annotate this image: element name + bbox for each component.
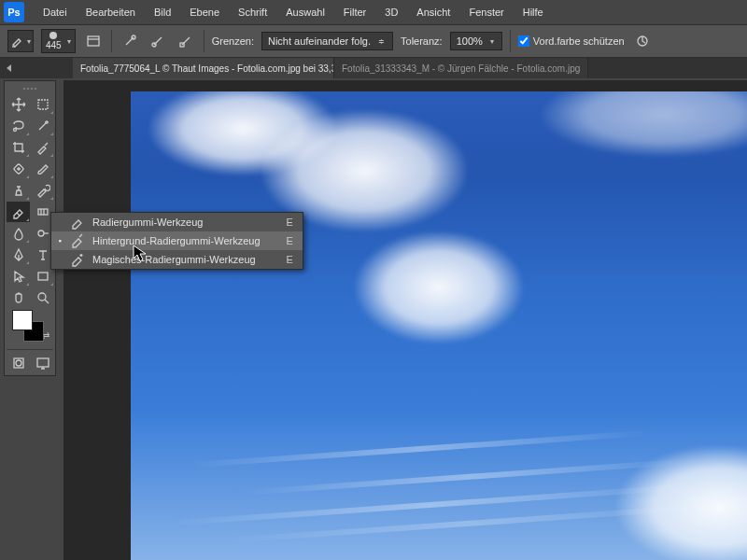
zoom-tool[interactable] (31, 287, 54, 308)
clone-stamp-tool[interactable] (7, 180, 30, 201)
magic-eraser-icon (70, 253, 85, 266)
menu-ansicht[interactable]: Ansicht (407, 3, 459, 21)
tablet-pressure-icon[interactable] (632, 31, 653, 51)
menu-schrift[interactable]: Schrift (229, 3, 276, 21)
tab-label: Fotolia_31333343_M - © Jürgen Fälchle - … (342, 63, 580, 74)
toleranz-combo[interactable]: 100%▾ (450, 32, 502, 50)
document-tab-inactive[interactable]: Fotolia_31333343_M - © Jürgen Fälchle - … (334, 58, 588, 78)
screenmode-tool[interactable] (31, 353, 54, 373)
menu-datei[interactable]: Datei (34, 3, 77, 21)
svg-rect-6 (38, 100, 48, 109)
document-tabbar: Fotolia_7775064_L © Thaut Images - Fotol… (0, 58, 747, 78)
color-swatches: ⇄ (7, 308, 53, 349)
crop-tool[interactable] (7, 137, 30, 158)
svg-point-13 (38, 231, 44, 236)
menubar: Ps Datei Bearbeiten Bild Ebene Schrift A… (0, 0, 747, 24)
flyout-label: Magisches-Radiergummi-Werkzeug (92, 254, 279, 265)
tab-label: Fotolia_7775064_L © Thaut Images - Fotol… (80, 63, 334, 74)
grenzen-value: Nicht aufeinander folg. (268, 35, 371, 47)
menu-bearbeiten[interactable]: Bearbeiten (77, 3, 145, 21)
svg-point-3 (152, 43, 156, 47)
svg-point-7 (13, 129, 16, 132)
protect-foreground-checkbox[interactable]: Vord.farbe schützen (518, 35, 625, 47)
magic-wand-tool[interactable] (31, 116, 54, 136)
menu-auswahl[interactable]: Auswahl (276, 3, 334, 21)
tool-preset-picker[interactable]: ▾ (7, 30, 34, 52)
flyout-item-bg-eraser[interactable]: ▪ Hintergrund-Radiergummi-Werkzeug E (51, 231, 303, 250)
menu-bild[interactable]: Bild (145, 3, 180, 21)
svg-rect-10 (38, 209, 48, 215)
menu-3d[interactable]: 3D (375, 3, 407, 21)
toolbox-grip[interactable] (7, 83, 53, 94)
eraser-icon (70, 216, 85, 229)
grenzen-label: Grenzen: (212, 35, 254, 47)
path-selection-tool[interactable] (7, 266, 30, 287)
menu-ebene[interactable]: Ebene (180, 3, 229, 21)
quickmask-tool[interactable] (7, 353, 30, 373)
canvas[interactable] (131, 91, 747, 560)
ps-logo: Ps (4, 2, 24, 22)
eraser-flyout: Radiergummi-Werkzeug E ▪ Hintergrund-Rad… (50, 212, 303, 270)
options-bar: ▾ 445 ▾ Grenzen: Nicht aufeinander folg.… (0, 24, 747, 58)
eyedropper-tool[interactable] (31, 137, 54, 158)
toleranz-label: Toleranz: (401, 35, 443, 47)
toleranz-value: 100% (457, 35, 483, 47)
foreground-color[interactable] (12, 310, 33, 330)
flyout-shortcut: E (287, 235, 293, 246)
svg-point-15 (38, 293, 46, 301)
flyout-label: Hintergrund-Radiergummi-Werkzeug (92, 235, 279, 246)
flyout-label: Radiergummi-Werkzeug (92, 217, 279, 228)
move-tool[interactable] (7, 94, 30, 115)
svg-rect-18 (37, 358, 49, 367)
brush-picker[interactable]: 445 ▾ (41, 29, 76, 53)
protect-foreground-label: Vord.farbe schützen (533, 35, 625, 47)
bg-eraser-icon (70, 234, 85, 247)
brush-panel-toggle-icon[interactable] (83, 31, 104, 51)
lasso-tool[interactable] (7, 116, 30, 136)
brush-tool[interactable] (31, 159, 54, 179)
panel-dock-expand-icon[interactable] (2, 62, 15, 75)
brush-size-value: 445 (46, 40, 62, 50)
history-brush-tool[interactable] (31, 180, 54, 201)
grenzen-combo[interactable]: Nicht aufeinander folg.≑ (261, 32, 393, 50)
document-tab-active[interactable]: Fotolia_7775064_L © Thaut Images - Fotol… (73, 58, 334, 78)
svg-line-9 (17, 213, 20, 216)
svg-rect-4 (180, 43, 184, 47)
svg-rect-14 (38, 273, 48, 280)
svg-rect-0 (88, 36, 99, 46)
menu-fenster[interactable]: Fenster (459, 3, 513, 21)
sampling-swatch-icon[interactable] (176, 31, 196, 51)
eraser-tool[interactable] (7, 202, 30, 222)
sampling-once-icon[interactable] (148, 31, 168, 51)
canvas-area (63, 80, 747, 560)
marquee-tool[interactable] (31, 94, 54, 115)
default-colors-icon[interactable] (42, 310, 53, 319)
svg-point-2 (132, 35, 135, 39)
healing-brush-tool[interactable] (7, 159, 30, 179)
sampling-continuous-icon[interactable] (120, 31, 140, 51)
svg-point-17 (16, 360, 21, 366)
flyout-item-eraser[interactable]: Radiergummi-Werkzeug E (51, 213, 303, 231)
flyout-shortcut: E (287, 254, 293, 265)
menu-hilfe[interactable]: Hilfe (514, 3, 553, 21)
blur-tool[interactable] (7, 223, 30, 244)
toolbox: ⇄ (4, 80, 56, 376)
flyout-shortcut: E (287, 217, 293, 228)
flyout-item-magic-eraser[interactable]: Magisches-Radiergummi-Werkzeug E (51, 250, 303, 269)
pen-tool[interactable] (7, 245, 30, 265)
hand-tool[interactable] (7, 287, 30, 308)
menu-filter[interactable]: Filter (334, 3, 375, 21)
